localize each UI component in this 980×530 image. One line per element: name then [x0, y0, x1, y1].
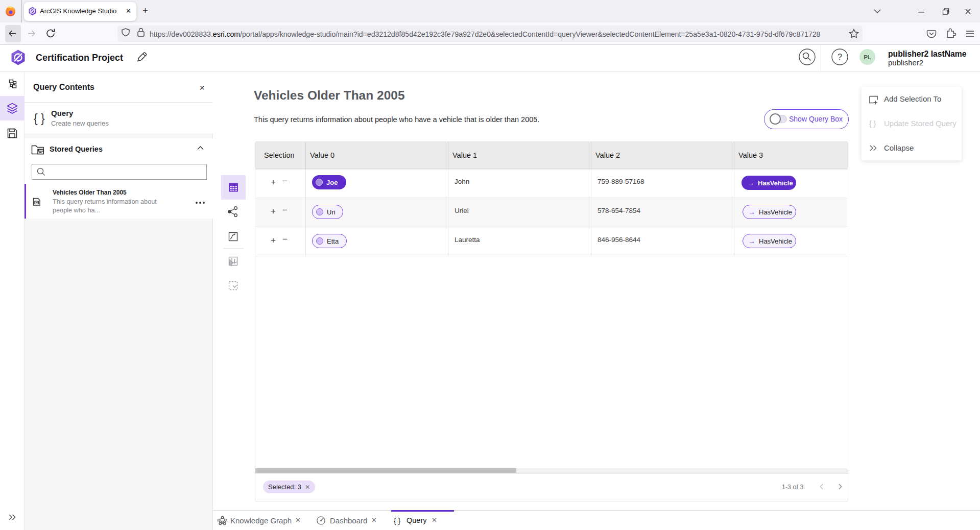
- svg-text:{ }: { }: [869, 119, 876, 128]
- svg-text:PL: PL: [864, 54, 871, 60]
- svg-text:{ }: { }: [34, 112, 45, 125]
- svg-text:?: ?: [838, 53, 842, 61]
- svg-text:{ }: { }: [394, 517, 401, 525]
